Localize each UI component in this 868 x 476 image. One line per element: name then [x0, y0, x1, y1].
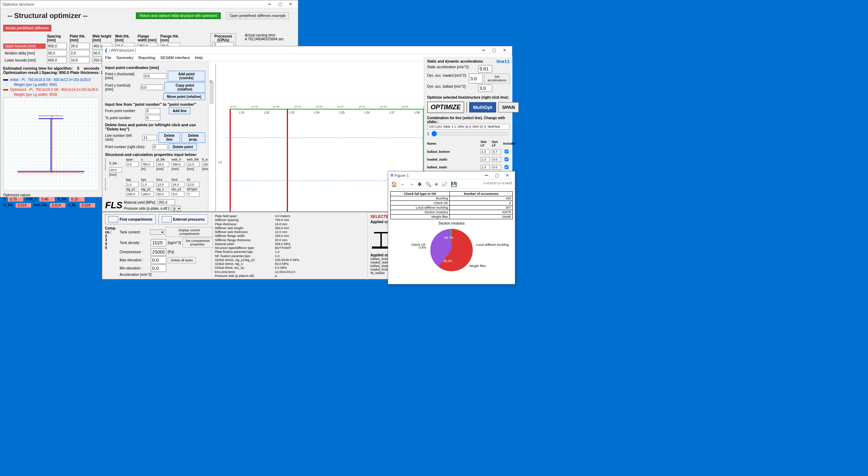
lower-plate-thk[interactable] — [70, 57, 90, 63]
configure-icon[interactable]: ≡ — [435, 181, 438, 187]
vertical-slider[interactable] — [210, 82, 213, 104]
prop-webh[interactable] — [172, 162, 184, 167]
set-compartment-props-button[interactable]: Set compartment properties. — [183, 238, 213, 248]
prop-stftype[interactable] — [187, 191, 200, 197]
set-accelerations-button[interactable]: Set accelerations — [484, 74, 510, 83]
minimize-icon[interactable]: ━ — [478, 47, 489, 54]
close-icon[interactable]: ✕ — [285, 1, 296, 8]
iter-delta-label: Iteration delta [mm] — [3, 51, 46, 56]
return-replace-button[interactable]: Return and replace initial structure wit… — [136, 12, 221, 19]
copy-point-button[interactable]: Copy point (relative) — [165, 82, 205, 93]
prop-plthk[interactable] — [156, 162, 169, 167]
prop-sigx[interactable] — [156, 191, 169, 197]
maximize-icon[interactable]: ▢ — [489, 47, 499, 54]
compartment-item[interactable]: 3 — [105, 238, 116, 242]
close-icon[interactable]: ✕ — [499, 47, 510, 54]
include-checkbox[interactable] — [505, 157, 508, 162]
forward-icon[interactable]: → — [409, 181, 414, 187]
prop-k3[interactable] — [187, 182, 200, 187]
menu-file[interactable]: File — [105, 56, 111, 60]
max-elev-input[interactable] — [151, 256, 166, 264]
compartment-list[interactable]: 2345 — [105, 234, 116, 250]
line-number-input[interactable] — [142, 135, 157, 140]
minimize-icon[interactable]: ━ — [264, 1, 275, 8]
svg-text:L36: L36 — [364, 111, 370, 114]
menu-geometry[interactable]: Geometry — [116, 56, 133, 60]
prop-span[interactable] — [126, 162, 139, 167]
prop-sigy1[interactable] — [126, 191, 139, 197]
combo-slider[interactable] — [431, 131, 509, 137]
optimize-button[interactable]: OPTIMIZE — [427, 101, 464, 113]
prop-flthk[interactable] — [109, 167, 122, 173]
upper-plate-thk[interactable] — [70, 43, 90, 49]
point-y-input[interactable] — [140, 85, 163, 90]
dyn-load-input[interactable] — [469, 74, 483, 83]
delta-plate-thk[interactable] — [70, 50, 90, 56]
minimize-icon[interactable]: ━ — [481, 172, 492, 179]
compartment-item[interactable]: 4 — [105, 242, 116, 246]
delete-all-tanks-button[interactable]: Delete all tanks — [168, 257, 196, 263]
pan-icon[interactable]: ✥ — [418, 181, 422, 187]
compartment-item[interactable]: 2 — [105, 234, 116, 238]
stat-lf-input[interactable] — [481, 149, 490, 154]
upper-spacing[interactable] — [47, 43, 67, 49]
dyn-lf-input[interactable] — [492, 165, 501, 170]
dyn-lf-input[interactable] — [492, 149, 501, 154]
delete-prop-button[interactable]: Delete prop. — [182, 132, 205, 143]
menu-sesam[interactable]: SESAM interface — [160, 56, 190, 60]
stat-lf-input[interactable] — [481, 165, 490, 170]
tank-density-input[interactable] — [151, 239, 166, 246]
include-checkbox[interactable] — [505, 165, 508, 169]
overpressure-input[interactable] — [151, 248, 166, 256]
iterate-stiffeners-button[interactable]: Iterate predefined stiffeners — [3, 25, 51, 31]
back-icon[interactable]: ← — [401, 181, 406, 187]
dyn-lf-input[interactable] — [492, 157, 501, 162]
save-icon[interactable]: 💾 — [451, 181, 457, 187]
lower-spacing[interactable] — [47, 57, 67, 63]
external-pressures-button[interactable]: External pressures — [159, 214, 208, 224]
point-x-input[interactable] — [144, 73, 166, 79]
move-point-button[interactable]: Move point (relative) — [163, 93, 205, 100]
menu-reporting[interactable]: Reporting — [138, 56, 155, 60]
delete-line-button[interactable]: Delete line — [159, 132, 180, 143]
home-icon[interactable]: 🏠 — [391, 181, 397, 187]
include-checkbox[interactable] — [505, 149, 508, 154]
tank-icon — [108, 216, 118, 222]
delta-spacing[interactable] — [47, 50, 67, 56]
compartment-item[interactable]: 5 — [105, 246, 116, 250]
to-point-input[interactable] — [145, 115, 160, 121]
span-button[interactable]: SPAN — [498, 102, 519, 112]
pressure-side-dropdown[interactable]: p — [172, 206, 181, 211]
svg-text:pt.53: pt.53 — [380, 105, 387, 108]
edit-icon[interactable]: 📈 — [441, 181, 447, 187]
display-compartments-button[interactable]: Display current compartments — [166, 227, 213, 237]
prop-kpp[interactable] — [126, 182, 139, 187]
menu-help[interactable]: Help — [195, 56, 203, 60]
maximize-icon[interactable]: ▢ — [492, 172, 502, 179]
zoom-icon[interactable]: 🔍 — [425, 181, 431, 187]
prop-flw[interactable] — [202, 162, 208, 167]
prop-s[interactable] — [141, 162, 154, 167]
add-line-button[interactable]: Add line — [169, 108, 190, 114]
static-acc-input[interactable] — [478, 65, 492, 72]
multiopt-button[interactable]: MultiOpt — [469, 102, 496, 112]
min-elev-input[interactable] — [151, 265, 166, 272]
prop-km2[interactable] — [172, 182, 184, 187]
prop-webthk[interactable] — [187, 162, 200, 167]
add-point-button[interactable]: Add point (coords) — [168, 71, 205, 81]
mat-yield-input[interactable] — [157, 199, 175, 205]
prop-sigy2[interactable] — [141, 191, 154, 197]
point-number-input[interactable] — [153, 144, 167, 150]
open-example-button[interactable]: Open predefined stiffeners example — [226, 12, 289, 19]
prop-km1[interactable] — [156, 182, 169, 187]
close-icon[interactable]: ✕ — [502, 172, 513, 179]
tank-content-dropdown[interactable] — [150, 230, 164, 235]
delete-point-button[interactable]: Delete point — [169, 144, 197, 150]
stat-lf-input[interactable] — [481, 157, 490, 162]
prop-tauy1[interactable] — [172, 191, 184, 197]
maximize-icon[interactable]: ▢ — [275, 1, 285, 8]
prop-kps[interactable] — [141, 182, 154, 187]
dyn-ballast-input[interactable] — [478, 85, 492, 92]
from-point-input[interactable] — [145, 108, 160, 114]
find-compartments-button[interactable]: Find compartments — [105, 214, 156, 224]
